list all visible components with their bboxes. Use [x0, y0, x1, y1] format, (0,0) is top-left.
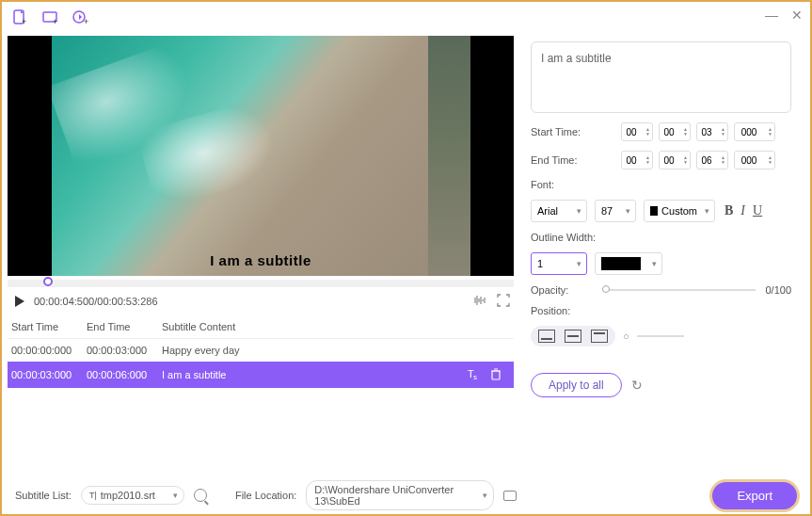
- position-label: Position:: [531, 305, 791, 316]
- end-sec[interactable]: ▲▼: [696, 151, 728, 169]
- export-button[interactable]: Export: [712, 482, 797, 509]
- subtitle-list-label: Subtitle List:: [15, 490, 72, 501]
- position-group: [531, 326, 615, 347]
- subtitle-overlay: I am a subtitle: [210, 252, 311, 268]
- bold-button[interactable]: B: [724, 203, 733, 218]
- position-bottom[interactable]: [538, 330, 555, 343]
- start-min[interactable]: ▲▼: [659, 122, 691, 141]
- add-rect-icon[interactable]: +: [41, 8, 58, 25]
- underline-button[interactable]: U: [753, 203, 762, 218]
- svg-text:+: +: [84, 17, 88, 25]
- file-location-label: File Location:: [235, 490, 296, 501]
- outline-width-select[interactable]: 1: [531, 252, 587, 275]
- waveform-icon[interactable]: [472, 294, 487, 309]
- subtitle-list-select[interactable]: T|tmp2010.srt: [81, 486, 184, 505]
- table-row[interactable]: 00:00:00:00000:00:03:000Happy every day: [8, 339, 514, 362]
- video-preview[interactable]: I am a subtitle: [8, 36, 514, 276]
- start-hour[interactable]: ▲▼: [621, 122, 653, 141]
- start-ms[interactable]: ▲▼: [734, 122, 775, 141]
- position-middle[interactable]: [565, 330, 581, 343]
- top-toolbar: + + + — ✕: [2, 2, 810, 32]
- position-slider[interactable]: [637, 335, 684, 337]
- font-label: Font:: [531, 179, 791, 190]
- italic-button[interactable]: I: [740, 203, 745, 218]
- style-icon[interactable]: Ts: [467, 367, 480, 382]
- scrub-handle[interactable]: [43, 277, 53, 286]
- subtitle-table-header: Start Time End Time Subtitle Content: [8, 315, 514, 339]
- font-select[interactable]: Arial: [531, 200, 587, 222]
- opacity-label: Opacity:: [531, 284, 568, 296]
- subtitle-text-input[interactable]: I am a subtitle: [531, 41, 791, 113]
- outline-label: Outline Width:: [531, 232, 791, 243]
- svg-text:+: +: [53, 17, 57, 25]
- search-icon[interactable]: [194, 489, 207, 502]
- start-sec[interactable]: ▲▼: [696, 122, 728, 141]
- play-button[interactable]: [15, 296, 24, 307]
- svg-text:+: +: [22, 17, 26, 25]
- footer-bar: Subtitle List: T|tmp2010.srt File Locati…: [2, 476, 810, 514]
- delete-icon[interactable]: [489, 367, 502, 382]
- timecode-display: 00:00:04:500/00:00:53:286: [34, 296, 158, 307]
- fullscreen-icon[interactable]: [497, 294, 510, 309]
- end-ms[interactable]: ▲▼: [734, 151, 775, 169]
- folder-icon[interactable]: [503, 491, 517, 501]
- apply-to-all-button[interactable]: Apply to all: [531, 373, 622, 397]
- table-row[interactable]: 00:00:03:00000:00:06:000I am a subtitleT…: [8, 362, 514, 388]
- svg-rect-8: [492, 371, 500, 379]
- end-min[interactable]: ▲▼: [659, 151, 691, 169]
- minimize-button[interactable]: —: [765, 8, 778, 23]
- file-location-select[interactable]: D:\Wondershare UniConverter 13\SubEd: [306, 480, 494, 510]
- start-time-label: Start Time:: [531, 126, 615, 137]
- position-top[interactable]: [591, 330, 608, 343]
- reset-icon[interactable]: ↻: [631, 378, 643, 393]
- opacity-value: 0/100: [765, 284, 791, 296]
- svg-text:s: s: [473, 373, 477, 380]
- add-circle-icon[interactable]: +: [72, 8, 88, 25]
- font-color-select[interactable]: Custom: [644, 200, 715, 222]
- close-button[interactable]: ✕: [791, 8, 803, 23]
- font-size-select[interactable]: 87: [595, 200, 636, 222]
- end-hour[interactable]: ▲▼: [621, 151, 653, 169]
- opacity-slider[interactable]: [602, 289, 756, 291]
- add-file-icon[interactable]: +: [11, 8, 28, 25]
- end-time-label: End Time:: [531, 154, 615, 166]
- timeline-scrubber[interactable]: [8, 280, 514, 287]
- outline-color-select[interactable]: [595, 252, 662, 275]
